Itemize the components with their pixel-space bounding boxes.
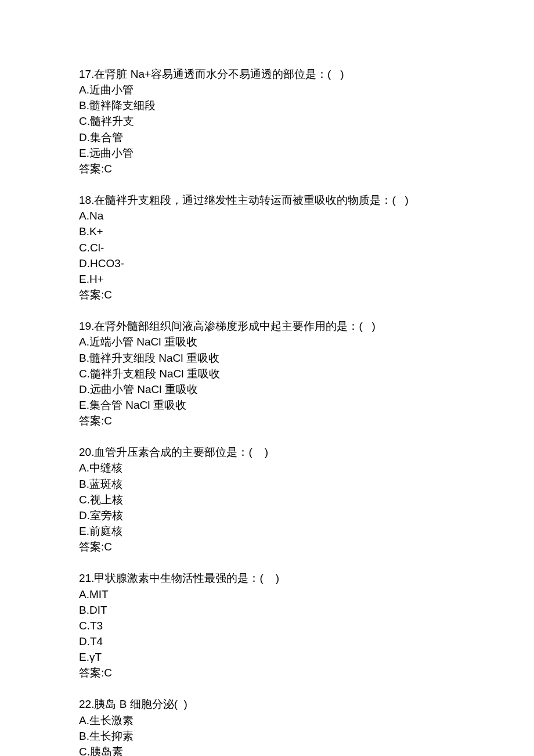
question-option: A.MIT xyxy=(79,586,534,602)
question-option: C.视上核 xyxy=(79,492,534,507)
question-stem-text: 在肾脏 Na+容易通透而水分不易通透的部位是：( ) xyxy=(94,68,344,80)
question-option: E.γT xyxy=(79,649,534,665)
question-stem-text: 血管升压素合成的主要部位是：( ) xyxy=(94,446,268,458)
question-option: E.前庭核 xyxy=(79,523,534,539)
question-number: 19 xyxy=(79,320,91,332)
question-number: 20 xyxy=(79,446,91,458)
question-number: 21 xyxy=(79,572,91,584)
question-option: B.K+ xyxy=(79,224,534,239)
question-option: B.生长抑素 xyxy=(79,728,534,744)
question-stem-text: 在肾外髓部组织间液高渗梯度形成中起主要作用的是：( ) xyxy=(94,320,376,332)
question-stem-text: 胰岛 B 细胞分泌( ) xyxy=(94,698,187,710)
question-answer: 答案:C xyxy=(79,539,534,555)
block-gap xyxy=(79,177,534,192)
question-option: A.近曲小管 xyxy=(79,82,534,98)
question-option: B.DIT xyxy=(79,602,534,618)
question-option: D.室旁核 xyxy=(79,507,534,523)
question-answer: 答案:C xyxy=(79,665,534,681)
question-stem: 17.在肾脏 Na+容易通透而水分不易通透的部位是：( ) xyxy=(79,66,534,82)
question-stem: 18.在髓袢升支粗段，通过继发性主动转运而被重吸收的物质是：( ) xyxy=(79,192,534,208)
question-number: 18 xyxy=(79,194,91,206)
question-answer: 答案:C xyxy=(79,413,534,429)
question-option: D.集合管 xyxy=(79,129,534,145)
question-stem: 20.血管升压素合成的主要部位是：( ) xyxy=(79,444,534,460)
block-gap xyxy=(79,555,534,570)
question-stem-text: 在髓袢升支粗段，通过继发性主动转运而被重吸收的物质是：( ) xyxy=(94,194,409,206)
question-option: A.Na xyxy=(79,208,534,224)
question-block: 21.甲状腺激素中生物活性最强的是：( ) A.MIT B.DIT C.T3 D… xyxy=(79,570,534,681)
question-stem: 19.在肾外髓部组织间液高渗梯度形成中起主要作用的是：( ) xyxy=(79,318,534,334)
question-option: D.远曲小管 NaCl 重吸收 xyxy=(79,381,534,397)
question-option: C.髓袢升支 xyxy=(79,113,534,129)
question-stem: 22.胰岛 B 细胞分泌( ) xyxy=(79,696,534,712)
question-stem-text: 甲状腺激素中生物活性最强的是：( ) xyxy=(94,572,279,584)
question-option: C.胰岛素 xyxy=(79,744,534,756)
question-option: B.髓袢降支细段 xyxy=(79,98,534,113)
question-option: A.近端小管 NaCl 重吸收 xyxy=(79,334,534,350)
question-block: 22.胰岛 B 细胞分泌( ) A.生长激素 B.生长抑素 C.胰岛素 xyxy=(79,696,534,756)
block-gap xyxy=(79,429,534,444)
question-option: C.髓袢升支粗段 NaCl 重吸收 xyxy=(79,366,534,381)
question-block: 17.在肾脏 Na+容易通透而水分不易通透的部位是：( ) A.近曲小管 B.髓… xyxy=(79,66,534,177)
block-gap xyxy=(79,681,534,696)
question-option: B.髓袢升支细段 NaCl 重吸收 xyxy=(79,350,534,366)
question-block: 19.在肾外髓部组织间液高渗梯度形成中起主要作用的是：( ) A.近端小管 Na… xyxy=(79,318,534,429)
question-option: D.HCO3- xyxy=(79,255,534,271)
document-page: 17.在肾脏 Na+容易通透而水分不易通透的部位是：( ) A.近曲小管 B.髓… xyxy=(0,0,534,756)
question-option: B.蓝斑核 xyxy=(79,476,534,492)
block-gap xyxy=(79,303,534,318)
question-block: 20.血管升压素合成的主要部位是：( ) A.中缝核 B.蓝斑核 C.视上核 D… xyxy=(79,444,534,555)
question-answer: 答案:C xyxy=(79,161,534,177)
question-number: 22 xyxy=(79,698,91,710)
question-option: E.集合管 NaCl 重吸收 xyxy=(79,397,534,413)
question-number: 17 xyxy=(79,68,91,80)
question-option: E.远曲小管 xyxy=(79,145,534,161)
question-answer: 答案:C xyxy=(79,287,534,303)
question-option: A.生长激素 xyxy=(79,712,534,728)
question-stem: 21.甲状腺激素中生物活性最强的是：( ) xyxy=(79,570,534,586)
question-block: 18.在髓袢升支粗段，通过继发性主动转运而被重吸收的物质是：( ) A.Na B… xyxy=(79,192,534,303)
question-option: E.H+ xyxy=(79,271,534,287)
question-option: C.Cl- xyxy=(79,240,534,255)
question-option: D.T4 xyxy=(79,633,534,649)
question-option: A.中缝核 xyxy=(79,460,534,476)
question-option: C.T3 xyxy=(79,618,534,633)
